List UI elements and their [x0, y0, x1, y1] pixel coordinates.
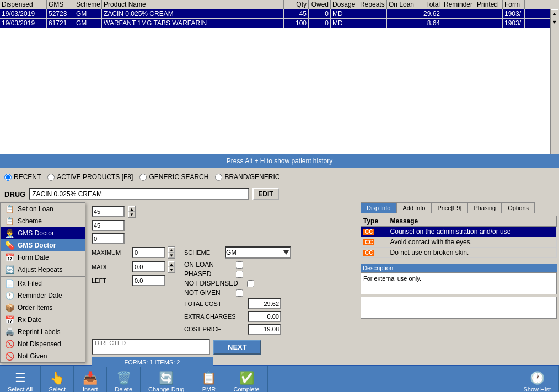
row-printed [475, 19, 503, 28]
complete-button[interactable]: ✅ Complete [225, 366, 267, 392]
not-given-label: NOT GIVEN [184, 289, 234, 297]
message-row[interactable]: CC Counsel on the administration and/or … [361, 227, 557, 237]
tab-price[interactable]: Price[F9] [431, 202, 467, 213]
forms-label: FORMS: 1 ITEMS: 2 [92, 357, 213, 367]
insert-button[interactable]: 📥 Insert [74, 366, 107, 392]
left-row: LEFT [92, 275, 175, 286]
table-header: Dispensed GMS Scheme Product Name Qty Ow… [0, 0, 559, 9]
menu-label: Reminder Date [18, 292, 62, 299]
menu-label: Not Given [18, 352, 47, 360]
menu-label: Form Date [18, 254, 49, 261]
not-given-checkbox[interactable] [236, 289, 243, 297]
maximum-label: MAXIMUM [92, 249, 130, 256]
not-given-icon: 🚫 [5, 352, 14, 361]
col-onloan: On Loan [387, 0, 417, 9]
rx-filed-icon: 📄 [5, 279, 14, 288]
menu-label: Set on Loan [18, 205, 53, 213]
phased-checkbox[interactable] [236, 271, 243, 278]
reminder-date-icon: 🕐 [5, 291, 14, 300]
menu-gms-doctor[interactable]: 👨‍⚕️ GMS Doctor [1, 227, 85, 239]
radio-generic[interactable]: GENERIC SEARCH [139, 173, 208, 181]
tab-options[interactable]: Options [502, 202, 535, 213]
menu-adjust-repeats[interactable]: 🔄 Adjust Repeats [1, 264, 85, 276]
row-repeats [358, 9, 387, 18]
menu-scheme[interactable]: 📋 Scheme [1, 215, 85, 227]
show-hist-button[interactable]: 🕐 Show Hist [515, 366, 559, 392]
delete-label: Delete [115, 386, 132, 392]
description-text: For external use only. [361, 272, 557, 294]
radio-active[interactable]: ACTIVE PRODUCTS [F8] [47, 173, 133, 181]
radio-brand[interactable]: BRAND/GENERIC [215, 173, 280, 181]
col-reminder: Reminder [442, 0, 475, 9]
maximum-input[interactable] [132, 247, 165, 258]
msg-message-header: Message [388, 216, 556, 227]
directed-textarea[interactable] [92, 339, 210, 355]
select-icon: 👆 [50, 372, 64, 385]
row-gms: 52723 [47, 9, 74, 18]
made-input[interactable] [132, 261, 165, 272]
on-loan-checkbox[interactable] [236, 261, 243, 269]
col-form: Form [503, 0, 525, 9]
tab-disp-info[interactable]: Disp Info [361, 202, 396, 213]
insert-label: Insert [83, 386, 98, 392]
total-cost-input[interactable] [248, 298, 281, 309]
on-loan-label: ON LOAN [184, 261, 234, 269]
qty2-field[interactable] [92, 220, 125, 231]
message-row[interactable]: CC Do not use on broken skin. [361, 248, 557, 258]
extra-charges-label: EXTRA CHARGES [184, 313, 245, 320]
menu-not-dispensed[interactable]: 🚫 Not Dispensed [1, 338, 85, 350]
menu-label: GMS Doctor [18, 241, 56, 249]
radio-recent[interactable]: RECENT [4, 173, 41, 181]
qty-field[interactable] [92, 206, 125, 217]
menu-reprint-labels[interactable]: 🖨️ Reprint Labels [1, 326, 85, 338]
menu-label: Rx Date [18, 316, 41, 324]
pmr-icon: 📋 [201, 372, 216, 385]
not-dispensed-checkbox[interactable] [247, 280, 254, 287]
msg-type-header: Type [361, 216, 388, 227]
pmr-button[interactable]: 📋 PMR [192, 366, 225, 392]
menu-order-items[interactable]: 📦 Order Items [1, 302, 85, 314]
qty-spinner[interactable]: ▲▼ [128, 206, 136, 218]
menu-disp[interactable]: 💊 GMS Doctor [1, 239, 85, 251]
drug-label: DRUG [4, 190, 25, 198]
on-loan-row: ON LOAN [184, 261, 291, 269]
delete-button[interactable]: 🗑️ Delete [107, 366, 141, 392]
change-drug-button[interactable]: 🔄 Change Drug [141, 366, 192, 392]
select-all-button[interactable]: ☰ Select All [0, 366, 41, 392]
drug-input[interactable] [29, 188, 249, 200]
scheme-select[interactable]: GM [225, 246, 291, 259]
left-input[interactable] [132, 275, 165, 286]
message-row[interactable]: CC Avoid contact with the eyes. [361, 237, 557, 248]
table-row[interactable]: 19/03/2019 52723 GM ZACIN 0.025% CREAM 4… [0, 9, 559, 19]
menu-form-date[interactable]: 📅 Form Date [1, 251, 85, 264]
menu-reminder-date[interactable]: 🕐 Reminder Date [1, 289, 85, 302]
extra-charges-input[interactable] [248, 311, 281, 322]
search-mode-bar: RECENT ACTIVE PRODUCTS [F8] GENERIC SEAR… [0, 168, 559, 186]
description-header: Description [361, 264, 557, 272]
made-row: MADE ▲▼ [92, 261, 175, 273]
menu-rx-filed[interactable]: 📄 Rx Filed [1, 277, 85, 289]
rx-date-icon: 📅 [5, 315, 14, 324]
table-scrollbar[interactable]: ▲ ▼ [550, 9, 559, 154]
change-drug-label: Change Drug [148, 386, 184, 392]
edit-button[interactable]: EDIT [252, 188, 278, 200]
menu-set-on-loan[interactable]: 📋 Set on Loan [1, 203, 85, 215]
table-row[interactable]: 19/03/2019 61721 GM WARFANT 1MG TABS WAR… [0, 19, 559, 28]
select-button[interactable]: 👆 Select [41, 366, 74, 392]
tab-add-info[interactable]: Add Info [396, 202, 431, 213]
col-dosage: Dosage [331, 0, 358, 9]
menu-label: Order Items [18, 304, 52, 312]
cost-price-input[interactable] [248, 324, 281, 335]
show-hist-icon: 🕐 [530, 372, 545, 385]
next-button[interactable]: NEXT [213, 340, 261, 355]
tab-phasing[interactable]: Phasing [467, 202, 502, 213]
left-panel: 📋 Set on Loan 📋 Scheme 👨‍⚕️ GMS Doctor 💊… [0, 202, 358, 365]
scheme-row: SCHEME GM [184, 246, 291, 259]
made-spinner[interactable]: ▲▼ [168, 261, 175, 273]
show-hist-label: Show Hist [523, 386, 551, 392]
col-printed: Printed [475, 0, 503, 9]
maximum-spinner[interactable]: ▲▼ [168, 246, 175, 259]
qty3-field[interactable] [92, 233, 125, 244]
menu-not-given[interactable]: 🚫 Not Given [1, 350, 85, 362]
menu-rx-date[interactable]: 📅 Rx Date [1, 314, 85, 326]
